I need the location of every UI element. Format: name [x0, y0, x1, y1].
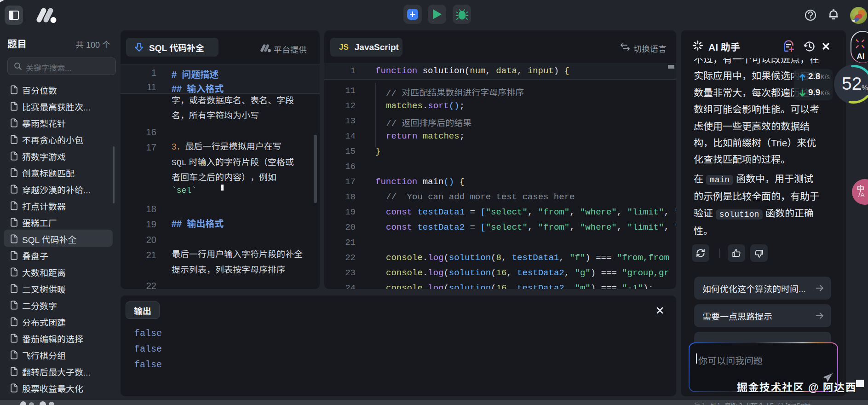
svg-text:52: 52: [842, 74, 862, 93]
svg-text:%: %: [862, 84, 868, 92]
